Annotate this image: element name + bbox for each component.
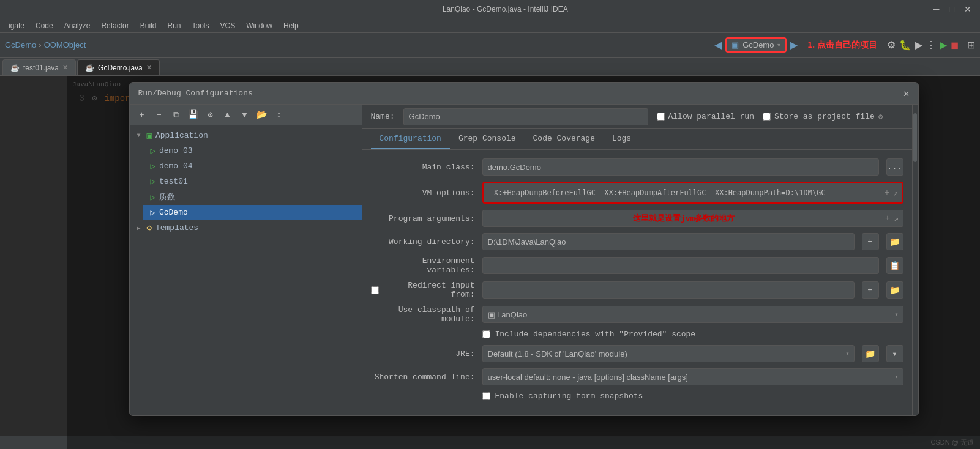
classpath-module-select[interactable]: ▣ LanQiao — [482, 306, 903, 323]
tab-configuration[interactable]: Configuration — [371, 129, 450, 149]
sidebar-tree: ▼ ▣ Application ▷ demo_03 ▷ — [130, 125, 362, 415]
maximize-button[interactable]: □ — [947, 4, 957, 14]
tree-item-test01[interactable]: ▷ test01 — [143, 174, 362, 189]
move-up-button[interactable]: ▲ — [220, 108, 235, 122]
jre-select[interactable]: Default (1.8 - SDK of 'LanQiao' module) — [482, 345, 855, 362]
tab-close-icon[interactable]: ✕ — [62, 64, 68, 72]
redirect-add-button[interactable]: + — [862, 281, 879, 299]
menu-build[interactable]: Build — [135, 20, 162, 31]
annotation-text: 1. 点击自己的项目 — [807, 40, 877, 51]
main-class-browse-button[interactable]: ... — [886, 158, 903, 176]
config-item-icon-2: ▷ — [151, 161, 155, 171]
enable-capturing-checkbox[interactable] — [482, 392, 490, 400]
shorten-cmdline-select[interactable]: user-local default: none - java [options… — [482, 368, 903, 385]
project-selector[interactable]: ▣ GcDemo ▾ — [725, 37, 787, 53]
include-deps-row: Include dependencies with "Provided" sco… — [371, 330, 903, 339]
breadcrumb-project[interactable]: GcDemo — [5, 40, 36, 50]
breadcrumb-file[interactable]: OOMObject — [44, 40, 86, 50]
dialog-title: Run/Debug Configurations — [138, 89, 253, 98]
tab-logs[interactable]: Logs — [604, 129, 640, 149]
remove-config-button[interactable]: − — [152, 108, 166, 122]
redirect-input-row: Redirect input from: + 📁 — [371, 281, 903, 299]
menu-refactor[interactable]: Refactor — [96, 20, 133, 31]
prog-args-external-icon[interactable]: ↗ — [894, 213, 899, 224]
tab-grep-console[interactable]: Grep Console — [450, 129, 525, 149]
minimize-button[interactable]: ─ — [931, 4, 942, 14]
nav-back-icon[interactable]: ◀ — [714, 39, 722, 51]
toolbar-right: ◀ ▣ GcDemo ▾ ▶ 1. 点击自己的项目 ⚙ 🐛 ▶ ⋮ ▶ ◼ ⊞ — [714, 37, 975, 53]
toolbar-left: GcDemo › OOMObject — [5, 40, 86, 50]
menu-run[interactable]: Run — [162, 20, 185, 31]
gear-icon[interactable]: ⚙ — [887, 39, 896, 51]
run-icon[interactable]: ▶ — [915, 39, 922, 51]
editor-tabs: ☕ test01.java ✕ ☕ GcDemo.java ✕ — [0, 58, 980, 76]
redirect-browse-button[interactable]: 📁 — [886, 281, 903, 299]
run-btn[interactable]: ▶ — [940, 39, 947, 51]
dialog-close-button[interactable]: ✕ — [903, 87, 910, 100]
tree-item-gcdemo[interactable]: ▷ GcDemo — [143, 205, 362, 220]
menu-code[interactable]: Code — [31, 20, 58, 31]
stop-btn[interactable]: ◼ — [951, 39, 959, 51]
env-vars-input[interactable] — [482, 257, 879, 274]
tree-application-folder[interactable]: ▼ ▣ Application — [130, 128, 362, 143]
tab-test01[interactable]: ☕ test01.java ✕ — [2, 59, 76, 75]
vm-options-label: VM options: — [371, 188, 475, 198]
dialog-scrollbar[interactable] — [912, 105, 918, 415]
menu-vcs[interactable]: VCS — [215, 20, 241, 31]
working-dir-expand-icon[interactable]: + — [862, 233, 879, 250]
jre-browse-button[interactable]: 📁 — [862, 345, 879, 362]
tree-item-zhishu[interactable]: ▷ 质数 — [143, 189, 362, 205]
sort-button[interactable]: ↕ — [272, 108, 286, 122]
tree-item-label-4: 质数 — [159, 191, 175, 202]
include-deps-checkbox[interactable] — [482, 330, 490, 338]
vm-expand-icon[interactable]: + — [885, 188, 889, 198]
code-editor[interactable]: Java\LanQiao 3 ⊙ import java.util.ArrayL… — [67, 76, 980, 449]
java-file-icon: ☕ — [10, 64, 20, 72]
vm-external-icon[interactable]: ↗ — [893, 188, 898, 198]
tree-item-label-5: GcDemo — [159, 208, 188, 217]
env-vars-browse-button[interactable]: 📋 — [886, 257, 903, 274]
store-project-label: Store as project file — [774, 112, 875, 121]
menu-tools[interactable]: Tools — [187, 20, 214, 31]
debug-icon[interactable]: 🐛 — [899, 39, 911, 51]
tab-close-active-icon[interactable]: ✕ — [146, 64, 152, 72]
menu-help[interactable]: Help — [279, 20, 304, 31]
main-class-input[interactable] — [482, 158, 879, 176]
move-down-button[interactable]: ▼ — [238, 108, 252, 122]
window-icon[interactable]: ⊞ — [967, 39, 975, 51]
main-toolbar: GcDemo › OOMObject ◀ ▣ GcDemo ▾ ▶ 1. 点击自… — [0, 33, 980, 58]
add-config-button[interactable]: + — [135, 108, 149, 122]
window-controls[interactable]: ─ □ ✕ — [931, 4, 974, 14]
menu-window[interactable]: Window — [241, 20, 277, 31]
tab-gcdemo[interactable]: ☕ GcDemo.java ✕ — [77, 59, 160, 75]
tree-item-demo03[interactable]: ▷ demo_03 — [143, 143, 362, 158]
env-vars-label: Environment variables: — [371, 256, 475, 275]
tree-item-demo04[interactable]: ▷ demo_04 — [143, 158, 362, 174]
working-dir-input[interactable] — [482, 233, 855, 250]
dialog-overlay: Run/Debug Configurations ✕ + − ⧉ 💾 ⚙ ▲ — [67, 76, 980, 449]
vm-options-input[interactable] — [487, 184, 881, 201]
store-project-gear-icon[interactable]: ⚙ — [878, 112, 883, 122]
save-config-button[interactable]: 💾 — [186, 108, 201, 122]
store-project-checkbox[interactable] — [763, 113, 771, 121]
tree-templates-folder[interactable]: ▶ ⚙ Templates — [130, 220, 362, 236]
name-input[interactable] — [403, 108, 648, 125]
vm-options-container: VM options: + ↗ — [371, 182, 903, 204]
close-button[interactable]: ✕ — [962, 4, 974, 14]
settings-button[interactable]: ⚙ — [203, 108, 218, 122]
nav-forward-icon[interactable]: ▶ — [790, 39, 798, 51]
scrollbar-thumb[interactable] — [913, 113, 917, 162]
copy-config-button[interactable]: ⧉ — [169, 108, 184, 122]
jre-dropdown-button[interactable]: ▾ — [886, 345, 903, 362]
redirect-input-checkbox[interactable] — [371, 286, 379, 294]
menu-analyze[interactable]: Analyze — [59, 20, 95, 31]
more-icon[interactable]: ⋮ — [926, 39, 936, 51]
allow-parallel-checkbox[interactable] — [657, 113, 665, 121]
menu-igate[interactable]: igate — [4, 20, 29, 31]
redirect-input-field[interactable] — [482, 281, 855, 299]
tab-label-active: GcDemo.java — [98, 64, 143, 72]
folder-button[interactable]: 📂 — [255, 108, 269, 122]
prog-args-expand-icon[interactable]: + — [885, 213, 890, 223]
working-dir-browse-button[interactable]: 📁 — [886, 233, 903, 250]
tab-code-coverage[interactable]: Code Coverage — [525, 129, 604, 149]
